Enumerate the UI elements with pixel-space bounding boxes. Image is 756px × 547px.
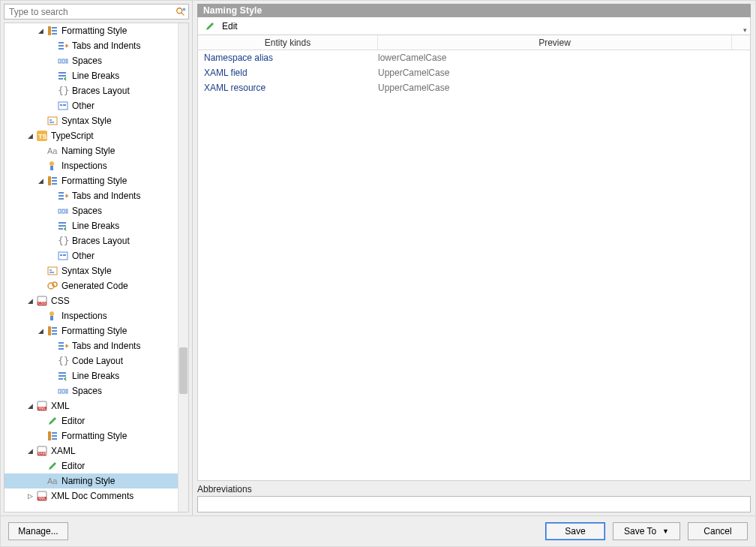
tree-node-tabs-indents[interactable]: Tabs and Indents [4,38,178,53]
expand-toggle[interactable]: ◢ [26,131,34,140]
cancel-button[interactable]: Cancel [688,522,748,540]
pencil-icon [46,415,58,427]
tree-node-formatting-style[interactable]: ◢ Formatting Style [4,23,178,38]
tree-label: Formatting Style [62,26,127,36]
expand-toggle[interactable]: ◢ [26,401,34,410]
col-entity-kinds[interactable]: Entity kinds [198,35,378,50]
left-panel: ◢ Formatting Style Tabs and Indents Spac… [1,1,193,515]
other-icon [57,250,69,262]
tree-node-line-breaks[interactable]: Line Breaks [4,68,178,83]
search-box[interactable] [4,4,189,20]
tree-node-naming-style-selected[interactable]: AaNaming Style [4,473,178,488]
svg-rect-44 [58,389,61,393]
tree-label: Tabs and Indents [72,41,140,51]
col-extra[interactable] [732,35,750,50]
tree-node-inspections[interactable]: Inspections [4,308,178,323]
tree-node-editor[interactable]: Editor [4,413,178,428]
xaml-icon: XAML [36,445,48,457]
grid-row[interactable]: XAML resourceUpperCamelCase [198,80,750,95]
tree-node-editor[interactable]: Editor [4,458,178,473]
tree-node-line-breaks[interactable]: Line Breaks [4,368,178,383]
svg-rect-21 [52,177,57,179]
tree-node-braces-layout[interactable]: {}Braces Layout [4,83,178,98]
tree-label: Formatting Style [62,176,127,186]
tree-node-spaces[interactable]: Spaces [4,53,178,68]
tree-node-formatting-style[interactable]: Formatting Style [4,428,178,443]
tree-node-other[interactable]: Other [4,248,178,263]
tree-node-xml[interactable]: ◢XMLXML [4,398,178,413]
tree-node-naming-style[interactable]: AaNaming Style [4,143,178,158]
tree-node-css[interactable]: ◢CSSCSS [4,293,178,308]
svg-rect-6 [52,33,57,35]
tree-node-tabs-indents[interactable]: Tabs and Indents [4,338,178,353]
tree-node-tabs-indents[interactable]: Tabs and Indents [4,188,178,203]
tree-node-inspections[interactable]: Inspections [4,158,178,173]
tree-label: Tabs and Indents [72,191,140,201]
svg-rect-31 [48,267,57,275]
options-tree[interactable]: ◢ Formatting Style Tabs and Indents Spac… [4,23,178,512]
svg-rect-40 [52,327,57,329]
inspections-icon [46,160,58,172]
tree-node-other[interactable]: Other [4,98,178,113]
grid-row[interactable]: XAML fieldUpperCamelCase [198,65,750,80]
toolbar-overflow[interactable]: ▾ [743,26,747,34]
tree-node-syntax-style[interactable]: Syntax Style [4,113,178,128]
save-button[interactable]: Save [545,522,605,540]
expand-toggle[interactable]: ◢ [26,446,34,455]
tree-node-spaces[interactable]: Spaces [4,203,178,218]
svg-text:XML: XML [38,406,46,410]
grid-header: Entity kinds Preview [198,35,750,50]
save-to-button[interactable]: Save To ▼ [613,522,680,540]
svg-rect-38 [50,316,53,320]
scrollbar-thumb[interactable] [179,347,188,394]
manage-button[interactable]: Manage... [8,522,68,540]
expand-toggle[interactable]: ◢ [26,296,34,305]
svg-text:{}: {} [58,235,69,246]
spaces-icon [57,205,69,217]
svg-point-18 [50,161,54,166]
naming-icon: Aa [46,475,58,487]
tree-node-css-formatting[interactable]: ◢Formatting Style [4,323,178,338]
svg-text:XAML: XAML [38,451,48,455]
tree-node-xml-doc-comments[interactable]: ▷XMLXML Doc Comments [4,488,178,503]
svg-rect-14 [48,117,57,125]
chevron-down-icon: ▼ [662,527,669,535]
expand-toggle[interactable]: ◢ [36,176,45,185]
edit-button[interactable]: Edit [201,19,241,34]
grid-row[interactable]: Namespace aliaslowerCamelCase [198,50,750,65]
svg-rect-13 [63,104,66,106]
tree-node-line-breaks[interactable]: Line Breaks [4,218,178,233]
svg-point-0 [177,8,182,13]
svg-rect-22 [52,180,57,182]
grid-body: Namespace aliaslowerCamelCase XAML field… [198,50,750,480]
tree-node-generated-code[interactable]: Generated Code [4,278,178,293]
expand-toggle[interactable]: ◢ [36,326,45,335]
content-area: ◢ Formatting Style Tabs and Indents Spac… [1,1,755,515]
tree-node-code-layout[interactable]: {}Code Layout [4,353,178,368]
xml-icon: XML [36,400,48,412]
formatting-style-icon [46,175,58,187]
svg-rect-20 [48,176,51,185]
expand-toggle[interactable]: ◢ [36,26,45,35]
search-input[interactable] [4,7,173,17]
tree-node-xaml[interactable]: ◢XAMLXAML [4,443,178,458]
braces-icon: {} [57,355,69,367]
tree-node-spaces[interactable]: Spaces [4,383,178,398]
svg-text:CSS: CSS [38,301,46,305]
col-preview[interactable]: Preview [378,35,732,50]
tree-node-typescript[interactable]: ◢TSTypeScript [4,128,178,143]
svg-rect-19 [50,166,53,170]
tree-node-ts-formatting[interactable]: ◢Formatting Style [4,173,178,188]
panel-title: Naming Style [197,4,751,17]
tree-node-syntax-style[interactable]: Syntax Style [4,263,178,278]
tree-label: Formatting Style [62,431,127,441]
svg-text:{}: {} [58,355,69,366]
tree-node-braces-layout[interactable]: {}Braces Layout [4,233,178,248]
abbreviations-input[interactable] [197,496,751,512]
scrollbar[interactable] [178,23,188,512]
tree-label: Line Breaks [72,71,119,81]
svg-rect-24 [58,209,61,213]
naming-icon: Aa [46,145,58,157]
pencil-icon [46,460,58,472]
expand-toggle[interactable]: ▷ [26,491,34,500]
